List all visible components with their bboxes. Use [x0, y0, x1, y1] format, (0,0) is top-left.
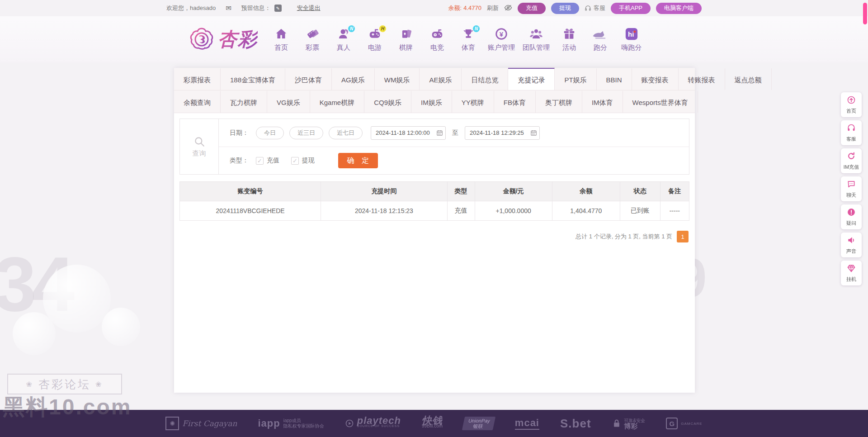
new-badge: N: [348, 25, 355, 32]
nav-item-egames[interactable]: H 电游: [363, 27, 387, 52]
mobile-app-button[interactable]: 手机APP: [611, 3, 651, 14]
date-from-field: [371, 126, 446, 140]
withdraw-button[interactable]: 提现: [551, 3, 579, 14]
page-1-button[interactable]: 1: [677, 231, 689, 242]
report-tab[interactable]: 转账报表: [679, 68, 725, 90]
report-tab-active[interactable]: 充提记录: [508, 68, 555, 90]
quick-range-3days-button[interactable]: 近三日: [289, 127, 323, 139]
team-icon: [529, 27, 543, 43]
cell-type: 充值: [447, 201, 475, 221]
side-tool-im-recharge[interactable]: IM充值: [841, 148, 862, 173]
date-to-field: [465, 126, 540, 140]
service-link[interactable]: 客服: [585, 4, 605, 12]
forum-watermark: ❀ 杏彩论坛 ❀: [7, 374, 122, 394]
records-table: 账变编号 充提时间 类型 金额/元 余额 状态 备注 20241118VBCGI…: [179, 181, 689, 221]
esports-gamepad-icon: [430, 27, 444, 43]
report-tab[interactable]: VG娱乐: [267, 90, 310, 113]
type-checkbox-withdraw[interactable]: ✓ 提现: [291, 157, 315, 165]
date-from-input[interactable]: [371, 126, 446, 140]
quick-range-7days-button[interactable]: 近七日: [329, 127, 363, 139]
report-tab[interactable]: Kgame棋牌: [310, 90, 365, 113]
side-tool-service[interactable]: 客服: [841, 120, 862, 145]
cell-change-id: 20241118VBCGIEHEDE: [180, 201, 321, 221]
footer-logo-mcai: mcai: [515, 417, 539, 430]
cell-remark: -----: [660, 201, 689, 221]
brand-logo[interactable]: 杏彩: [189, 27, 258, 52]
cards-icon: [399, 27, 413, 43]
pagination: 总计 1 个记录, 分为 1 页, 当前第 1 页 1: [174, 231, 689, 242]
cell-amount: +1,000.0000: [475, 201, 552, 221]
side-tool-hangup[interactable]: 挂机: [841, 261, 862, 285]
date-label: 日期：: [230, 129, 249, 137]
report-tab[interactable]: BBIN: [597, 68, 632, 90]
quick-range-today-button[interactable]: 今日: [256, 127, 284, 139]
eye-off-icon[interactable]: [504, 5, 512, 12]
diamond-icon: [847, 264, 856, 273]
nav-item-live-casino[interactable]: N 真人: [332, 27, 355, 52]
report-tab[interactable]: 瓦力棋牌: [221, 90, 267, 113]
refresh-link[interactable]: 刷新: [487, 4, 499, 12]
report-tab[interactable]: 日结总览: [462, 68, 508, 90]
report-tab[interactable]: FB体育: [494, 90, 536, 113]
report-tab[interactable]: 奥丁棋牌: [536, 90, 582, 113]
ticket-icon: [306, 27, 319, 43]
logo-flower-icon: [189, 27, 214, 52]
col-header-amount: 金额/元: [475, 182, 552, 201]
edit-icon[interactable]: ✎: [274, 5, 282, 12]
col-header-status: 状态: [620, 182, 660, 201]
headset-icon: [585, 5, 591, 12]
side-tool-sound[interactable]: 声音: [841, 233, 862, 257]
date-filter-row: 日期： 今日 近三日 近七日 至: [219, 119, 689, 147]
nav-item-hi-paofen[interactable]: hi 嗨跑分: [620, 27, 643, 52]
nav-item-paofen[interactable]: 跑分: [589, 27, 612, 52]
query-panel: 查询 日期： 今日 近三日 近七日 至 类型：: [179, 119, 689, 175]
arrow-up-circle-icon: [847, 95, 856, 104]
side-tool-chat[interactable]: 聊天: [841, 176, 862, 201]
report-tab[interactable]: 沙巴体育: [285, 68, 332, 90]
home-icon: [274, 27, 288, 43]
report-tab[interactable]: 账变报表: [632, 68, 679, 90]
report-tab[interactable]: Wesports世界体育: [623, 90, 698, 113]
type-checkbox-deposit[interactable]: ✓ 充值: [256, 157, 279, 165]
topbar: 欢迎您，hadesado ✉ 预留信息： ✎ 安全退出 余额:4.4770 刷新…: [0, 0, 868, 16]
report-tab[interactable]: IM娱乐: [411, 90, 452, 113]
nav-item-team[interactable]: 团队管理: [523, 27, 550, 52]
side-tool-question[interactable]: 疑问: [841, 204, 862, 229]
report-tab[interactable]: IM体育: [582, 90, 623, 113]
report-tab[interactable]: 188金宝博体育: [221, 68, 285, 90]
svg-text:¥: ¥: [500, 30, 504, 38]
report-tab[interactable]: 余额查询: [174, 90, 221, 113]
report-tab[interactable]: 彩票报表: [174, 68, 221, 90]
report-tab[interactable]: CQ9娱乐: [364, 90, 411, 113]
pc-client-button[interactable]: 电脑客户端: [656, 3, 702, 14]
nav-item-sports[interactable]: N 体育: [457, 27, 480, 52]
scrollbar-thumb[interactable]: [863, 3, 867, 24]
report-tab[interactable]: YY棋牌: [452, 90, 494, 113]
report-tab[interactable]: PT娱乐: [555, 68, 596, 90]
calendar-icon[interactable]: [530, 129, 537, 136]
playtech-icon: [345, 419, 354, 428]
col-header-remark: 备注: [660, 182, 689, 201]
nav-item-lottery[interactable]: 彩票: [301, 27, 324, 52]
nav-item-home[interactable]: 首页: [269, 27, 293, 52]
brand-name: 杏彩: [218, 27, 258, 52]
report-tab[interactable]: WM娱乐: [375, 68, 420, 90]
date-to-input[interactable]: [465, 126, 540, 140]
nav-item-chess[interactable]: 棋牌: [394, 27, 418, 52]
nav-item-promotions[interactable]: 活动: [557, 27, 581, 52]
report-tab[interactable]: AG娱乐: [332, 68, 375, 90]
calendar-icon[interactable]: [436, 129, 443, 136]
mail-icon[interactable]: ✉: [226, 4, 231, 12]
side-tool-home[interactable]: 首页: [841, 92, 862, 117]
hot-badge: H: [379, 25, 386, 32]
col-header-type: 类型: [447, 182, 475, 201]
report-tab[interactable]: 返点总额: [725, 68, 772, 90]
logout-link[interactable]: 安全退出: [297, 4, 321, 12]
confirm-button[interactable]: 确 定: [338, 153, 378, 168]
decor-ball: [43, 265, 111, 332]
site-watermark: 黑料10.com: [3, 393, 132, 422]
nav-item-esports[interactable]: 电竞: [425, 27, 449, 52]
deposit-button[interactable]: 充值: [518, 3, 546, 14]
nav-item-account[interactable]: ¥ 账户管理: [488, 27, 515, 52]
report-tab[interactable]: AE娱乐: [420, 68, 462, 90]
